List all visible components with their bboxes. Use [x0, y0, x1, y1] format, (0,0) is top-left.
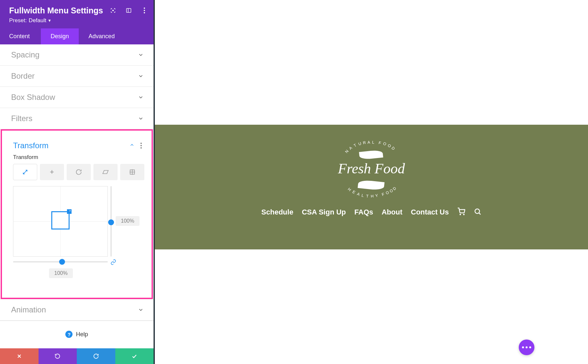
site-header: N A T U R A L F O O D Fresh Food H E	[155, 125, 588, 249]
transform-tabs: +	[2, 164, 152, 186]
transform-title: Transform	[13, 141, 48, 150]
caret-down-icon: ▼	[48, 18, 52, 23]
chevron-down-icon	[138, 73, 144, 79]
redo-button[interactable]	[77, 348, 115, 364]
accordion-spacing[interactable]: Spacing	[0, 44, 154, 66]
undo-button[interactable]	[39, 348, 77, 364]
nav-contact[interactable]: Contact Us	[411, 208, 449, 216]
help-row[interactable]: ? Help	[0, 321, 154, 348]
svg-line-3	[23, 170, 27, 174]
plus-icon: +	[50, 168, 54, 176]
leaf-icon	[353, 176, 389, 188]
logo-bottom-arc: H E A L T H Y F O O D	[342, 188, 401, 199]
slider-thumb[interactable]	[108, 219, 114, 225]
sidebar-toggle-icon[interactable]	[125, 7, 132, 14]
svg-point-0	[113, 10, 114, 11]
accordion-label: Filters	[11, 114, 32, 123]
svg-point-12	[464, 214, 464, 215]
accordion-label: Spacing	[11, 50, 40, 59]
horizontal-value[interactable]: 100%	[49, 268, 73, 278]
vertical-value[interactable]: 100%	[116, 216, 139, 226]
svg-point-13	[475, 209, 480, 214]
nav-csa[interactable]: CSA Sign Up	[302, 208, 346, 216]
tabs-bar: Content Design Advanced	[0, 28, 154, 44]
preset-row[interactable]: Preset: Default ▼	[9, 17, 144, 24]
accordion-label: Animation	[11, 305, 46, 314]
nav-faqs[interactable]: FAQs	[354, 208, 373, 216]
preset-label: Preset:	[9, 17, 27, 24]
transform-tab-scale[interactable]	[13, 164, 37, 180]
panel-header: Fullwidth Menu Settings Preset: Default …	[0, 0, 154, 28]
chevron-down-icon	[138, 307, 144, 313]
nav-about[interactable]: About	[382, 208, 402, 216]
help-icon: ?	[65, 331, 73, 338]
nav-schedule[interactable]: Schedule	[261, 208, 293, 216]
chevron-down-icon	[138, 52, 144, 58]
accordion-border[interactable]: Border	[0, 66, 154, 87]
svg-line-14	[479, 213, 481, 214]
horizontal-slider[interactable]	[13, 261, 108, 262]
svg-point-11	[460, 214, 461, 215]
slider-thumb[interactable]	[59, 259, 65, 265]
resize-handle-icon[interactable]	[67, 209, 72, 214]
link-values-icon[interactable]	[110, 259, 116, 266]
settings-sidebar: Fullwidth Menu Settings Preset: Default …	[0, 0, 154, 364]
preset-value: Default	[29, 17, 46, 24]
transform-sublabel: Transform	[2, 154, 152, 164]
nav-row: Schedule CSA Sign Up FAQs About Contact …	[261, 208, 482, 217]
vertical-slider[interactable]	[110, 186, 112, 257]
leaf-icon	[353, 151, 389, 163]
accordion-transform[interactable]: Transform	[2, 135, 152, 154]
preview-area: N A T U R A L F O O D Fresh Food H E	[154, 0, 588, 364]
search-icon[interactable]	[474, 208, 482, 217]
accordion-scroll: Spacing Border Box Shadow Filters Transf…	[0, 44, 154, 348]
accordion-filters[interactable]: Filters	[0, 108, 154, 129]
transform-tab-rotate[interactable]	[67, 164, 91, 180]
cancel-button[interactable]	[0, 348, 39, 364]
chevron-up-icon	[129, 142, 135, 149]
footer-buttons	[0, 348, 154, 364]
transform-section-highlight: Transform Transform +	[1, 129, 153, 299]
save-button[interactable]	[115, 348, 154, 364]
chevron-down-icon	[138, 116, 144, 121]
cart-icon[interactable]	[457, 208, 465, 217]
tab-advanced[interactable]: Advanced	[79, 28, 124, 44]
tab-content[interactable]: Content	[0, 28, 41, 44]
help-text: Help	[76, 331, 88, 338]
transform-shape[interactable]	[51, 211, 70, 229]
svg-marker-4	[103, 170, 108, 174]
accordion-label: Box Shadow	[11, 93, 55, 102]
focus-icon[interactable]	[110, 7, 116, 14]
accordion-animation[interactable]: Animation	[0, 299, 154, 321]
accordion-label: Border	[11, 71, 35, 81]
transform-tab-origin[interactable]	[120, 164, 144, 180]
accordion-box-shadow[interactable]: Box Shadow	[0, 87, 154, 108]
fab-button[interactable]	[519, 340, 534, 355]
transform-canvas[interactable]	[13, 186, 108, 257]
dots-icon	[522, 346, 531, 348]
svg-line-8	[69, 211, 70, 212]
chevron-down-icon	[138, 94, 144, 100]
kebab-menu-icon[interactable]	[141, 7, 148, 14]
site-logo: N A T U R A L F O O D Fresh Food H E	[335, 140, 407, 199]
svg-rect-1	[126, 8, 131, 12]
kebab-menu-icon[interactable]	[140, 143, 142, 149]
transform-tab-translate[interactable]: +	[40, 164, 64, 180]
tab-design[interactable]: Design	[41, 28, 79, 44]
transform-tab-skew[interactable]	[93, 164, 118, 180]
